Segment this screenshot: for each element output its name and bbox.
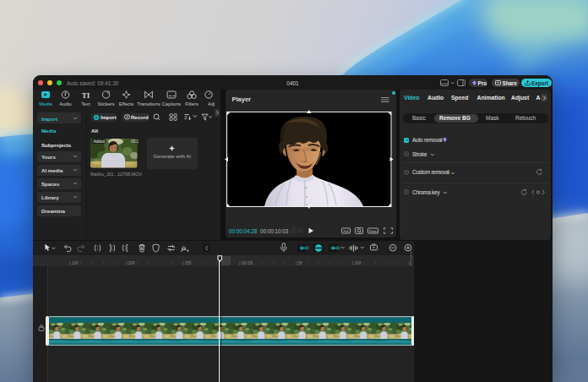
svg-text:| 10f: | 10f	[352, 259, 362, 265]
svg-text:Ratio: Ratio	[369, 230, 376, 233]
svg-text:| 20f: | 20f	[126, 259, 135, 265]
svg-text:| 25f: | 25f	[182, 259, 192, 265]
svg-text:Full: Full	[344, 230, 349, 233]
svg-text:TI: TI	[82, 91, 90, 100]
svg-text:| 5f: | 5f	[296, 259, 302, 265]
svg-text:| 10f: | 10f	[69, 259, 79, 265]
